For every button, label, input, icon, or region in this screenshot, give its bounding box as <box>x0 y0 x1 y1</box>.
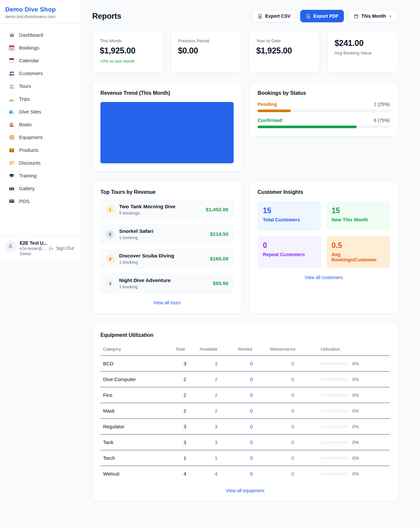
view-all-equipment-link[interactable]: View all equipment <box>100 488 390 493</box>
table-row: Fins 2 2 0 0 0% <box>100 387 390 403</box>
stat-value: $0.00 <box>178 46 234 55</box>
cell-maintenance: 0 <box>267 435 318 450</box>
person-icon <box>8 243 13 249</box>
calendar-pad-icon <box>9 57 15 64</box>
tour-bookings: 1 booking <box>119 284 208 289</box>
cell-available: 2 <box>197 372 235 387</box>
shop-name: Demo Dive Shop <box>5 6 76 13</box>
cell-total: 3 <box>173 356 197 372</box>
stat-delta: +0% vs last month <box>100 59 156 64</box>
tour-bookings: 1 booking <box>119 260 205 265</box>
sidebar-item-dashboard[interactable]: Dashboard <box>4 29 77 41</box>
period-selector[interactable]: This Month <box>348 10 398 22</box>
view-all-customers-link[interactable]: View all customers <box>258 275 390 280</box>
chevron-down-icon <box>388 14 392 18</box>
sidebar-item-pos[interactable]: POS <box>4 195 77 208</box>
status-bar-fill <box>258 126 357 128</box>
equipment-utilization-title: Equipment Utilization <box>100 332 390 338</box>
utilization-bar <box>321 362 347 365</box>
cell-available: 3 <box>197 435 235 450</box>
status-row-pending: Pending 2 (25%) <box>258 101 390 112</box>
cell-category: Tank <box>100 435 173 450</box>
tag-icon <box>9 160 15 166</box>
sidebar-item-calendar[interactable]: Calendar <box>4 54 77 67</box>
cell-maintenance: 0 <box>267 403 318 419</box>
sidebar-item-dive-sites[interactable]: Dive Sites <box>4 105 77 118</box>
status-label: Pending <box>258 101 277 107</box>
utilization-percent: 0% <box>352 456 359 461</box>
cell-category: Torch <box>100 450 173 466</box>
equipment-table: Category Total Available Rented Maintena… <box>100 344 390 481</box>
svg-text:17: 17 <box>10 48 13 50</box>
insight-repeat-customers: 0 Repeat Customers <box>258 236 321 268</box>
user-name: E2E Test U... <box>20 240 76 246</box>
cell-rented: 0 <box>235 450 267 466</box>
sidebar-item-discounts[interactable]: Discounts <box>4 156 77 169</box>
rank-badge: 2 <box>106 230 115 239</box>
rank-badge: 1 <box>106 205 115 214</box>
view-all-tours-link[interactable]: View all tours <box>100 300 234 305</box>
brand: Demo Dive Shop demo.test.divestreams.com <box>0 0 81 24</box>
cell-total: 3 <box>173 419 197 435</box>
utilization-bar <box>321 410 347 412</box>
file-download-icon <box>258 14 262 19</box>
speedboat-icon <box>9 96 15 102</box>
revenue-trend-chart <box>100 102 234 163</box>
user-section: E2E Test U... e2e-tester@... Sign Out Ow… <box>0 235 81 261</box>
utilization-bar <box>321 457 347 459</box>
table-row: Regulator 3 3 0 0 0% <box>100 419 390 435</box>
sidebar-item-label: Bookings <box>19 45 39 51</box>
grad-cap-icon <box>9 173 15 179</box>
stat-label: Year to Date <box>256 38 312 43</box>
calendar-date-icon: 17 <box>9 45 15 51</box>
sidebar-item-label: Boats <box>19 122 32 127</box>
stat-value: $241.00 <box>335 38 391 48</box>
sidebar-item-tours[interactable]: Tours <box>4 80 77 92</box>
sidebar-item-products[interactable]: Products <box>4 144 77 156</box>
status-bar-track <box>258 126 390 128</box>
insight-value: 0 <box>263 241 316 250</box>
tour-row: 3 Discover Scuba Diving 1 booking $165.0… <box>100 249 234 269</box>
export-pdf-button[interactable]: Export PDF <box>300 10 344 22</box>
utilization-bar <box>321 425 347 428</box>
cell-total: 2 <box>173 372 197 387</box>
utilization-percent: 0% <box>352 471 359 477</box>
table-row: BCD 3 3 0 0 0% <box>100 356 390 372</box>
sidebar-item-trips[interactable]: Trips <box>4 92 77 105</box>
sidebar-item-gallery[interactable]: Gallery <box>4 182 77 195</box>
cell-available: 3 <box>197 419 235 435</box>
cell-rented: 0 <box>235 387 267 403</box>
stat-value: $1,925.00 <box>256 46 312 55</box>
top-tours-title: Top Tours by Revenue <box>100 189 234 195</box>
rank-badge: 4 <box>106 279 115 288</box>
sign-out-button[interactable]: Sign Out <box>49 246 74 251</box>
sidebar-item-label: POS <box>19 198 30 204</box>
cell-maintenance: 0 <box>267 356 318 372</box>
table-row: Mask 2 2 0 0 0% <box>100 403 390 419</box>
cell-maintenance: 0 <box>267 466 318 482</box>
sailboat-icon <box>9 121 15 128</box>
sidebar-item-boats[interactable]: Boats <box>4 118 77 131</box>
stat-label: Previous Period <box>178 38 234 43</box>
insight-avg-bookings: 0.5 Avg Bookings/Customer <box>326 236 390 268</box>
sidebar-item-equipment[interactable]: Equipment <box>4 131 77 144</box>
sidebar-item-bookings[interactable]: 17 Bookings <box>4 41 77 54</box>
sidebar-item-training[interactable]: Training <box>4 169 77 182</box>
export-csv-button[interactable]: Export CSV <box>252 10 296 22</box>
main-content: Reports Export CSV Export PDF This Month… <box>81 0 420 520</box>
cell-maintenance: 0 <box>267 372 318 387</box>
utilization-percent: 0% <box>352 393 359 398</box>
utilization-bar <box>321 378 347 381</box>
sidebar-item-customers[interactable]: Customers <box>4 67 77 80</box>
column-header-rented: Rented <box>235 344 267 356</box>
equipment-utilization-card: Equipment Utilization Category Total Ava… <box>92 323 398 501</box>
sidebar-item-label: Discounts <box>19 160 41 166</box>
tour-bookings: 1 booking <box>119 235 205 240</box>
insight-label: New This Month <box>332 217 385 222</box>
cell-total: 3 <box>173 435 197 450</box>
status-bar-track <box>258 110 390 112</box>
sidebar-nav: Dashboard 17 Bookings Calendar Customers… <box>0 24 81 235</box>
utilization-bar <box>321 441 347 444</box>
file-download-icon <box>306 14 311 19</box>
cell-rented: 0 <box>235 466 267 482</box>
